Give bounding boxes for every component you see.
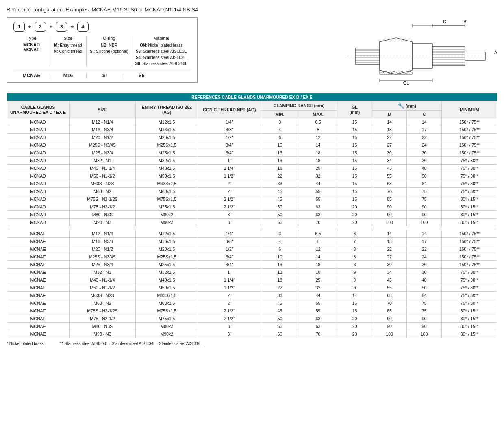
cell-c: 90 [407,315,442,323]
material-label: Material [153,36,169,41]
cell-gl: 20 [337,211,372,219]
cell-conic-thread: 3" [198,323,261,330]
cell-size: M25 - N3/4 [70,261,136,269]
cell-size: M25S - N3/4S [70,253,136,261]
cell-cable-gland: MCNAD [7,141,70,149]
cell-minimum: 150* / 75** [441,245,497,253]
table-row: MCNAEM25 - N3/4M25x1,53/4"131883030150* … [7,261,497,269]
cell-gl: 9 [337,276,372,284]
table-row: MCNADM75 - N2-1/2M75x1,52 1/2"5063209090… [7,203,497,211]
cell-minimum: 30* / 15** [441,330,497,338]
cell-minimum: 30* / 15** [441,307,497,315]
cell-clamp-min: 45 [261,188,299,195]
table-row: MCNADM25 - N3/4M25x1,53/4"1318153030150*… [7,149,497,157]
cell-clamp-max: 25 [299,165,337,172]
cell-clamp-min: 33 [261,292,299,299]
cell-clamp-max: 70 [299,330,337,338]
col-header-clamping-range: CLAMPING RANGE (mm) [261,101,337,111]
table-row: MCNADM20 - N1/2M20x1,51/2"612152222150* … [7,134,497,141]
config-size-col: Size M: Entry threadN: Conic thread [50,36,87,67]
table-row: MCNADM32 - N1M32x1,51"131815343075* / 30… [7,157,497,165]
cell-minimum: 75* / 30** [441,180,497,188]
cell-clamp-max: 63 [299,211,337,219]
type-label: Type [27,36,37,41]
cell-clamp-min: 22 [261,284,299,292]
cell-conic-thread: 2" [198,292,261,299]
cell-cable-gland: MCNAD [7,180,70,188]
cell-c: 40 [407,165,442,172]
cell-clamp-min: 6 [261,134,299,141]
cell-clamp-min: 60 [261,330,299,338]
col-header-b: B [372,111,407,118]
cell-minimum: 150* / 75** [441,253,497,261]
svg-line-45 [402,38,406,42]
svg-text:C: C [443,19,446,24]
svg-line-42 [390,38,394,42]
cell-minimum: 75* / 30** [441,188,497,195]
cell-entry-thread: M80x2 [135,323,198,330]
cell-clamp-max: 6,5 [299,230,337,238]
table-row: MCNAEM20 - N1/2M20x1,51/2"61282222150* /… [7,245,497,253]
diagram-area: C B AG GL [198,17,497,87]
cell-conic-thread: 2 1/2" [198,307,261,315]
cell-clamp-min: 45 [261,299,299,307]
cell-conic-thread: 1/4" [198,118,261,126]
table-row: MCNAEM32 - N1M32x1,51"13189343075* / 30*… [7,269,497,276]
cell-entry-thread: M63Sx1,5 [135,292,198,299]
cell-conic-thread: 2" [198,180,261,188]
cell-c: 100 [407,219,442,226]
table-row: MCNAEM50 - N1-1/2M50x1,51 1/2"2232955507… [7,284,497,292]
cell-size: M63 - N2 [70,188,136,195]
cell-clamp-min: 13 [261,157,299,165]
svg-text:AG: AG [494,50,497,55]
cell-clamp-max: 6,5 [299,118,337,126]
cell-size: M90 - N3 [70,219,136,226]
cell-cable-gland: MCNAD [7,165,70,172]
cell-b: 68 [372,180,407,188]
cell-entry-thread: M75Sx1,5 [135,195,198,203]
cell-clamp-min: 10 [261,253,299,261]
table-row: MCNADM63 - N2M63x1,52"455515707575* / 30… [7,188,497,195]
cell-cable-gland: MCNAE [7,269,70,276]
cell-clamp-max: 18 [299,269,337,276]
cell-entry-thread: M63x1,5 [135,188,198,195]
cell-clamp-max: 14 [299,141,337,149]
col-header-clamping-min: MIN. [261,111,299,118]
table-row: MCNAEM80 - N3SM80x23"506320909030* / 15*… [7,323,497,330]
cell-conic-thread: 3/4" [198,141,261,149]
cell-clamp-min: 4 [261,126,299,134]
cell-conic-thread: 3/8" [198,126,261,134]
cell-b: 55 [372,172,407,180]
cell-size: M80 - N3S [70,323,136,330]
cell-clamp-max: 63 [299,315,337,323]
cell-clamp-min: 13 [261,269,299,276]
col-header-spanner: 🔧 (mm) [372,101,441,111]
cell-clamp-max: 8 [299,126,337,134]
cell-c: 22 [407,134,442,141]
cell-b: 22 [372,134,407,141]
cell-c: 75 [407,195,442,203]
material-detail: ON: Nickel-plated brass S3: Stainless st… [135,42,187,67]
cell-minimum: 150* / 75** [441,238,497,245]
cell-size: M75 - N2-1/2 [70,203,136,211]
cell-b: 43 [372,165,407,172]
config-material-col: Material ON: Nickel-plated brass S3: Sta… [132,36,191,67]
cell-c: 17 [407,126,442,134]
cell-gl: 20 [337,315,372,323]
cell-gl: 8 [337,245,372,253]
cell-clamp-max: 70 [299,219,337,226]
cell-clamp-max: 18 [299,157,337,165]
cell-entry-thread: M75Sx1,5 [135,307,198,315]
cell-gl: 15 [337,149,372,157]
cell-conic-thread: 2 1/2" [198,195,261,203]
cell-conic-thread: 3/8" [198,238,261,245]
cell-minimum: 75* / 30** [441,172,497,180]
cell-minimum: 150* / 75** [441,134,497,141]
cell-size: M75S - N2-1/2S [70,307,136,315]
cell-cable-gland: MCNAE [7,330,70,338]
cell-gl: 15 [337,141,372,149]
cell-clamp-max: 12 [299,245,337,253]
svg-line-40 [382,38,386,42]
cell-entry-thread: M25Sx1,5 [135,253,198,261]
cell-size: M40 - N1-1/4 [70,165,136,172]
